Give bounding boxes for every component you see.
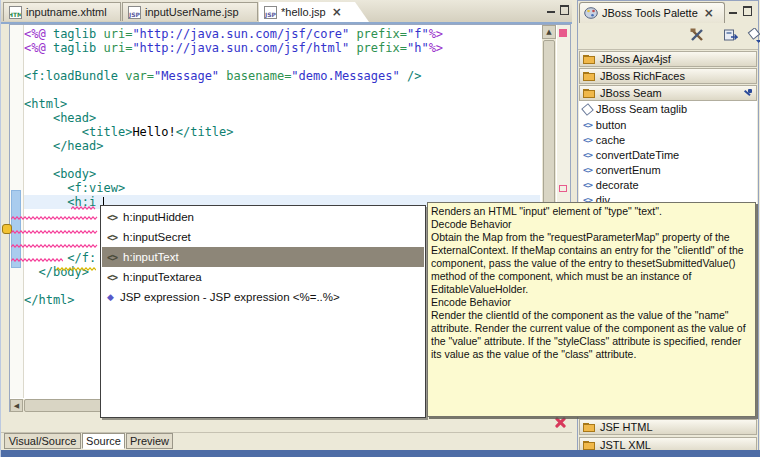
palette-taglib-label: JBoss Seam taglib (596, 103, 687, 115)
palette-group-label: JBoss Ajax4jsf (600, 53, 753, 65)
error-squiggle (71, 206, 96, 210)
tag-icon: <> (107, 252, 117, 263)
editor-tab-label: inputUserName.jsp (145, 6, 239, 18)
palette-group-jboss-ajax4jsf[interactable]: JBoss Ajax4jsf (579, 51, 757, 67)
palette-item-label: decorate (596, 179, 639, 191)
editor-tab-inputusername-jsp[interactable]: JSPinputUserName.jsp (122, 2, 258, 21)
doc-paragraph: Obtain the Map from the "requestParamete… (431, 231, 752, 296)
editor-tab--hello-jsp[interactable]: JSP*hello.jsp× (259, 2, 369, 22)
tab-visual-source[interactable]: Visual/Source (4, 433, 81, 449)
code-line: <%@ taglib uri="http://java.sun.com/jsf/… (24, 41, 540, 55)
code-line: </head> (24, 139, 540, 153)
palette-taglib-header[interactable]: JBoss Seam taglib (579, 102, 757, 116)
palette-item-button[interactable]: <>button (579, 117, 757, 132)
palette-icon (584, 7, 598, 19)
range-indicator (11, 190, 21, 268)
doc-paragraph: Renders an HTML "input" element of "type… (431, 205, 752, 218)
editor-tab-inputname-xhtml[interactable]: HTMinputname.xhtml (3, 2, 121, 21)
palette-item-decorate[interactable]: <>decorate (579, 177, 757, 192)
import-icon[interactable] (723, 28, 738, 43)
minimize-icon[interactable] (546, 5, 556, 14)
code-line: <title>Hello!</title> (24, 125, 540, 139)
window-bottom-edge (1, 450, 760, 457)
tag-icon: <> (107, 272, 117, 283)
folder-icon (583, 71, 596, 81)
code-line: <body> (24, 167, 540, 181)
page-design-tabs: Visual/SourceSourcePreview (1, 433, 572, 450)
completion-item-label: JSP expression - JSP expression <%=..%> (120, 291, 340, 303)
completion-item-jsp-expression[interactable]: ◆JSP expression - JSP expression <%=..%> (102, 287, 424, 307)
doc-paragraph: Decode Behavior (431, 218, 752, 231)
editor-tab-bar: HTMinputname.xhtmlJSPinputUserName.jspJS… (1, 0, 572, 24)
palette-group-label: JBoss Seam (600, 87, 740, 99)
completion-item-label: h:inputSecret (123, 231, 191, 243)
scroll-left-icon[interactable]: ◀ (10, 399, 23, 412)
completion-item-h-inputtextarea[interactable]: <>h:inputTextarea (102, 267, 424, 287)
palette-group-jboss-richfaces[interactable]: JBoss RichFaces (579, 68, 757, 84)
palette-item-label: cache (596, 134, 625, 146)
error-squiggle (11, 244, 98, 248)
maximize-icon[interactable] (559, 5, 569, 14)
tab-preview[interactable]: Preview (126, 433, 173, 449)
tag-icon: <> (107, 232, 117, 243)
content-assist-popup[interactable]: <>h:inputHidden<>h:inputSecret<>h:inputT… (100, 205, 426, 418)
palette-group-label: JSF HTML (600, 421, 653, 433)
palette-item-convertenum[interactable]: <>convertEnum (579, 162, 757, 177)
folder-icon (583, 54, 596, 64)
code-line: <f:loadBundle var="Message" basename="de… (24, 69, 540, 83)
show-hide-icon[interactable] (747, 28, 760, 43)
code-line (24, 153, 540, 167)
tag-item-icon: <> (583, 135, 592, 145)
palette-item-convertdatetime[interactable]: <>convertDateTime (579, 147, 757, 162)
tag-item-icon: <> (583, 120, 592, 130)
tag-icon: <> (107, 212, 117, 223)
doc-paragraph: Render the clientId of the component as … (431, 309, 752, 361)
palette-item-label: convertEnum (596, 164, 661, 176)
error-squiggle (11, 230, 98, 234)
content-assist-doc-tooltip: Renders an HTML "input" element of "type… (427, 202, 756, 417)
completion-item-label: h:inputText (123, 251, 179, 263)
palette-maximize-icon[interactable] (742, 6, 752, 15)
ide-window: HTMinputname.xhtmlJSPinputUserName.jspJS… (0, 0, 760, 457)
palette-item-cache[interactable]: <>cache (579, 132, 757, 147)
palette-minimize-icon[interactable] (728, 6, 738, 15)
palette-item-label: convertDateTime (596, 149, 679, 161)
scroll-up-icon[interactable]: ▲ (542, 25, 556, 39)
tab-source[interactable]: Source (82, 433, 125, 449)
editor-tab-label: inputname.xhtml (26, 6, 107, 18)
close-icon[interactable]: × (704, 6, 714, 20)
code-line: <head> (24, 111, 540, 125)
palette-item-label: button (596, 119, 627, 131)
palette-group-jboss-seam[interactable]: JBoss Seam (579, 85, 757, 101)
folder-icon (583, 422, 596, 432)
palette-toolbar (578, 23, 758, 50)
code-line: <f:view> (24, 181, 540, 195)
pin-icon[interactable] (744, 89, 753, 98)
jsp-file-icon: JSP (264, 6, 277, 19)
error-marker-outline[interactable] (559, 185, 567, 192)
completion-item-label: h:inputHidden (123, 211, 194, 223)
completion-item-label: h:inputTextarea (123, 271, 202, 283)
code-line: <html> (24, 97, 540, 111)
completion-item-h-inputhidden[interactable]: <>h:inputHidden (102, 207, 424, 227)
xhtml-file-icon: HTM (9, 6, 22, 19)
tag-item-icon: <> (583, 180, 592, 190)
folder-icon (583, 88, 596, 98)
tag-item-icon: <> (583, 150, 592, 160)
taglib-icon (581, 103, 594, 116)
error-x-icon[interactable] (554, 416, 567, 429)
code-line: <%@ taglib uri="http://java.sun.com/jsf/… (24, 27, 540, 41)
completion-item-h-inputsecret[interactable]: <>h:inputSecret (102, 227, 424, 247)
jsp-expression-icon: ◆ (107, 292, 114, 302)
close-icon[interactable]: × (332, 5, 342, 19)
palette-group-jsf-html[interactable]: JSF HTML (579, 419, 757, 435)
warning-squiggle (56, 267, 96, 271)
palette-editor-icon[interactable] (690, 28, 705, 43)
palette-view-tab[interactable]: JBoss Tools Palette × (579, 2, 725, 23)
error-marker[interactable] (559, 29, 567, 37)
jsp-file-icon: JSP (128, 6, 141, 19)
palette-group-label: JBoss RichFaces (600, 70, 753, 82)
error-squiggle (11, 258, 63, 262)
completion-item-h-inputtext[interactable]: <>h:inputText (102, 247, 424, 267)
code-line (24, 55, 540, 69)
